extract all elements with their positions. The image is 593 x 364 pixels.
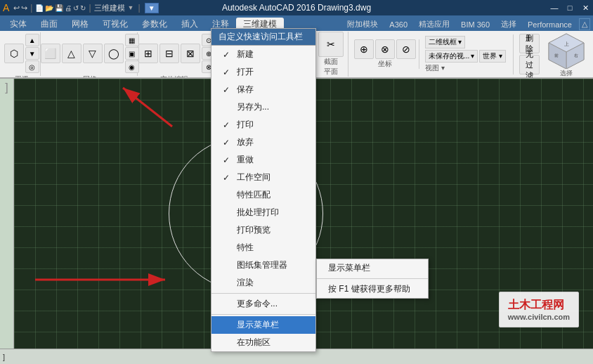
dd-open[interactable]: ✓ 打开 — [211, 63, 315, 81]
smooth-up[interactable]: ▲ — [25, 34, 39, 46]
qa-redo[interactable]: ↻ — [80, 4, 86, 12]
dd-morecommands-label: 更多命令... — [237, 298, 278, 310]
dd-redo[interactable]: ✓ 重做 — [211, 151, 315, 169]
section-plane-label: 截面平面 — [324, 57, 338, 77]
dd-matchprop-label: 特性匹配 — [237, 189, 271, 201]
dd-saveas[interactable]: ✓ 另存为... — [211, 98, 315, 116]
ribbon-collapse-btn[interactable]: △ — [579, 18, 590, 30]
coord-icon2[interactable]: ⊗ — [375, 39, 395, 59]
qa-new[interactable]: 📄 — [35, 4, 44, 12]
tab-visualize[interactable]: 可视化 — [96, 18, 135, 31]
tab-mesh[interactable]: 网格 — [65, 18, 96, 31]
sub-divider — [317, 278, 428, 279]
qa-open[interactable]: 📂 — [45, 4, 53, 12]
view-type-dropdown[interactable]: 二维线框 ▾ — [425, 36, 465, 48]
view-panel: 二维线框 ▾ 未保存的视... ▾ 世界 ▾ 视图 ▾ — [422, 34, 514, 74]
mesh-wedge[interactable]: △ — [62, 44, 82, 63]
solid-edit-label: 实体编辑 ▾ — [160, 73, 194, 79]
close-btn[interactable]: ✕ — [578, 0, 593, 15]
cmd-input[interactable] — [8, 353, 219, 361]
check-new: ✓ — [223, 50, 233, 60]
check-undo: ✓ — [223, 138, 233, 148]
dd-printpreview[interactable]: ✓ 打印预览 — [211, 221, 315, 239]
smooth-opt[interactable]: ◎ — [25, 60, 39, 73]
dd-matchprop[interactable]: ✓ 特性匹配 — [211, 186, 315, 204]
smooth-down[interactable]: ▼ — [25, 47, 39, 60]
section-plane-btn[interactable]: ✂ — [318, 32, 344, 57]
performance-tab[interactable]: 选择 — [497, 18, 521, 31]
dropdown-title-text: 自定义快速访问工具栏 — [219, 32, 303, 41]
viewcube-svg[interactable]: 上 右 前 — [545, 31, 587, 69]
world-coord-btn[interactable]: 世界 ▾ — [479, 50, 506, 63]
mesh-more3[interactable]: ◉ — [125, 60, 139, 73]
toolbar-separator1: | — [30, 3, 32, 13]
qa-save[interactable]: 💾 — [55, 4, 63, 12]
bim360-tab[interactable]: BIM 360 — [457, 19, 494, 30]
precision-apps[interactable]: 精选应用 — [415, 18, 454, 31]
dd-print-label: 打印 — [237, 119, 254, 131]
coord-icon1[interactable]: ⊕ — [354, 39, 374, 59]
tab-solid[interactable]: 实体 — [3, 18, 34, 31]
dd-infunc[interactable]: ✓ 在功能区 — [211, 334, 315, 351]
minimize-btn[interactable]: — — [547, 0, 562, 15]
dd-saveas-label: 另存为... — [237, 101, 269, 113]
titlebar: A ↩ ↪ | 📄 📂 💾 🖨 ↺ ↻ | 三维建模 ▼ | ▼ Autodes… — [0, 0, 593, 15]
dd-showmenu[interactable]: ✓ 显示菜单栏 — [211, 316, 315, 334]
sub-showmenu[interactable]: 显示菜单栏 — [317, 259, 428, 277]
saved-views-dropdown[interactable]: 未保存的视... ▾ — [425, 50, 478, 63]
mesh-box[interactable]: ⬜ — [41, 44, 60, 63]
red-arrow-main — [35, 269, 176, 292]
submenu: 显示菜单栏 按 F1 键获得更多帮助 — [316, 259, 429, 299]
dd-properties-label: 特性 — [237, 242, 254, 254]
mesh-more2[interactable]: ▣ — [125, 47, 139, 60]
dd-workspace[interactable]: ✓ 工作空间 — [211, 169, 315, 186]
qa-print[interactable]: 🖨 — [65, 4, 72, 12]
solid-union[interactable]: ⊞ — [138, 44, 158, 63]
toolbar-undo[interactable]: ↩ — [13, 4, 20, 13]
dd-sheetset-label: 图纸集管理器 — [237, 259, 287, 271]
red-arrow-diag — [116, 84, 200, 136]
check-print: ✓ — [223, 120, 233, 130]
dd-render[interactable]: ✓ 渲染 — [211, 274, 315, 292]
svg-text:右: 右 — [574, 53, 578, 58]
tab-insert[interactable]: 插入 — [174, 18, 205, 31]
coord-icon3[interactable]: ⊘ — [396, 39, 416, 59]
panel-mesh: ⬜ △ ▽ ◯ ▦ ▣ ◉ 网格 — [42, 32, 138, 76]
view-type-label: 二维线框 — [429, 37, 457, 47]
smooth-btn[interactable]: ⬡ — [4, 44, 24, 63]
qa-undo[interactable]: ↺ — [73, 4, 79, 12]
performance-label[interactable]: Performance — [523, 19, 576, 30]
app-icon: A — [3, 2, 9, 13]
dd-print[interactable]: ✓ 打印 — [211, 116, 315, 134]
svg-text:前: 前 — [554, 53, 559, 58]
dd-properties[interactable]: ✓ 特性 — [211, 239, 315, 256]
sub-help[interactable]: 按 F1 键获得更多帮助 — [317, 280, 428, 298]
dd-divider2 — [211, 314, 315, 315]
dd-sheetset[interactable]: ✓ 图纸集管理器 — [211, 256, 315, 274]
dd-divider1 — [211, 293, 315, 294]
mesh-more1[interactable]: ▦ — [125, 34, 139, 46]
addon-modules[interactable]: 附加模块 — [343, 18, 382, 31]
tab-surface[interactable]: 曲面 — [34, 18, 65, 31]
svg-line-8 — [123, 88, 172, 126]
dd-batchplot[interactable]: ✓ 批处理打印 — [211, 204, 315, 221]
dd-morecommands[interactable]: ✓ 更多命令... — [211, 295, 315, 313]
dd-new[interactable]: ✓ 新建 — [211, 46, 315, 63]
workspace-dropdown-btn[interactable]: ▼ — [128, 4, 134, 11]
a360-tab[interactable]: A360 — [385, 19, 412, 30]
left-panel: ] — [0, 79, 14, 349]
solid-intersect[interactable]: ⊠ — [181, 44, 200, 63]
dd-save[interactable]: ✓ 保存 — [211, 81, 315, 98]
no-filter-btn[interactable]: 无过滤 — [519, 55, 540, 74]
smooth-icons: ⬡ ▲ ▼ ◎ — [4, 34, 39, 73]
mesh-sphere[interactable]: ◯ — [104, 44, 124, 63]
mesh-cone[interactable]: ▽ — [83, 44, 103, 63]
check-open: ✓ — [223, 67, 233, 77]
coord-label: 坐标 — [378, 59, 392, 69]
dd-undo[interactable]: ✓ 放弃 — [211, 134, 315, 151]
tab-parametric[interactable]: 参数化 — [135, 18, 174, 31]
toolbar-redo[interactable]: ↪ — [21, 4, 27, 13]
solid-subtract[interactable]: ⊟ — [159, 44, 179, 63]
maximize-btn[interactable]: □ — [562, 0, 578, 15]
custom-access-dropdown[interactable]: ▼ — [145, 3, 159, 13]
